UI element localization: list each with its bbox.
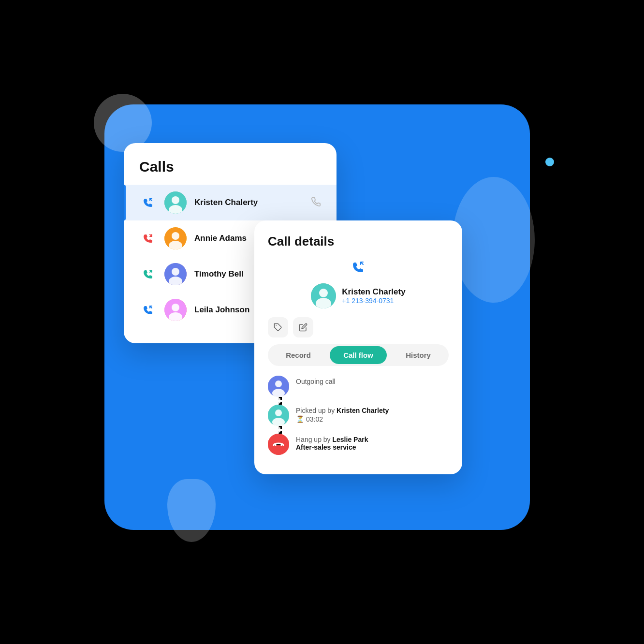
call-phone-icon [310,196,321,209]
tab-record[interactable]: Record [270,346,327,364]
timeline-label-picked: Picked up by Kristen Charlety [296,407,389,414]
edit-button[interactable] [293,317,313,337]
contact-row: Kristen Charlety +1 213-394-0731 [311,283,405,308]
svg-point-20 [275,410,282,416]
timeline-item-hangup: Hang up by Leslie Park After-sales servi… [268,434,449,463]
timeline-content-hangup: Hang up by Leslie Park After-sales servi… [296,434,368,451]
avatar-kristen [164,191,187,214]
timeline-label-hangup: Hang up by Leslie Park [296,436,368,443]
svg-point-13 [319,289,328,297]
contact-section: Kristen Charlety +1 213-394-0731 [268,259,449,308]
details-card: Call details Kristen Charle [254,220,462,474]
timeline-duration: ⏳ 03:02 [296,415,389,423]
avatar-leila [164,299,187,321]
outgoing-arrow-icon [350,259,366,278]
call-item-kristen[interactable]: Kristen Chalerty [124,185,337,220]
hourglass-icon: ⏳ [296,415,304,423]
contact-phone: +1 213-394-0731 [342,297,405,305]
timeline-avatar-hangup [268,434,289,455]
timeline-label-hangup-sub: After-sales service [296,443,368,451]
timeline-content-outgoing: Outgoing call [296,376,336,385]
call-timeline: Outgoing call Picked up by Kristen Charl… [268,376,449,463]
timeline-content-picked: Picked up by Kristen Charlety ⏳ 03:02 [296,405,389,423]
svg-point-7 [172,268,179,276]
details-card-title: Call details [268,234,449,249]
calls-card-title: Calls [124,159,337,185]
svg-point-17 [275,381,282,387]
timeline-item-pickedup: Picked up by Kristen Charlety ⏳ 03:02 [268,405,449,434]
timeline-avatar-outgoing [268,376,289,397]
scene: Calls Kristen Chalerty [80,80,564,564]
avatar-timothy [164,263,187,285]
avatar-contact-large [311,283,336,308]
timeline-item-outgoing: Outgoing call [268,376,449,405]
svg-point-4 [172,232,179,240]
call-type-incoming-icon [139,265,157,283]
duration-value: 03:02 [306,415,323,423]
call-type-missed-icon [139,230,157,247]
tab-bar: Record Call flow History [268,344,449,366]
svg-point-1 [172,196,179,204]
contact-name: Kristen Charlety [342,287,405,297]
timeline-label-outgoing: Outgoing call [296,378,336,385]
deco-circle-top-right [545,158,554,166]
contact-info: Kristen Charlety +1 213-394-0731 [342,287,405,305]
timeline-avatar-picked [268,405,289,426]
svg-point-10 [172,304,179,311]
call-type-outgoing-icon [139,194,157,211]
action-buttons [268,317,449,337]
call-type-outgoing2-icon [139,301,157,319]
deco-teardrop-bottom [167,479,216,542]
deco-circle-bottom-right [453,177,535,303]
tab-history[interactable]: History [390,346,447,364]
avatar-annie [164,227,187,249]
tag-button[interactable] [268,317,288,337]
call-name-kristen: Kristen Chalerty [194,198,303,207]
tab-callflow[interactable]: Call flow [330,346,387,364]
